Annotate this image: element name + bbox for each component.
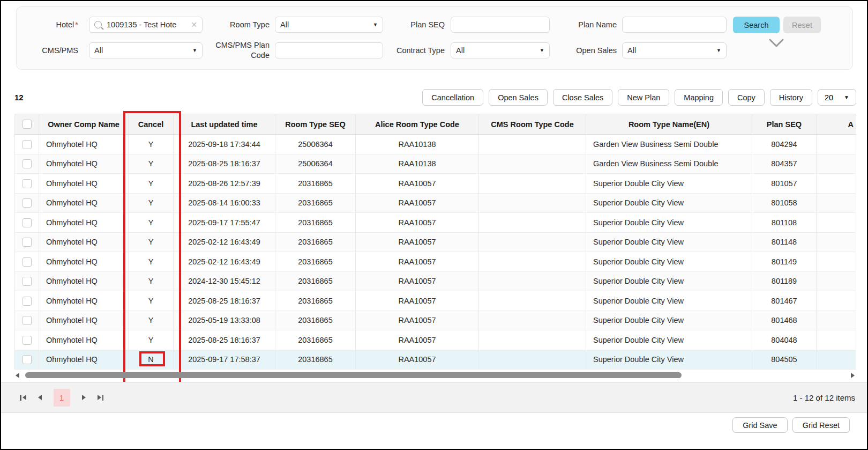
open-sales-select[interactable]: All ▼ xyxy=(622,42,727,58)
table-row[interactable]: Ohmyhotel HQY2025-08-25 18:16:3720316865… xyxy=(15,291,856,311)
row-checkbox[interactable] xyxy=(23,179,32,188)
reset-button[interactable]: Reset xyxy=(783,17,821,33)
table-row[interactable]: Ohmyhotel HQY2025-02-12 16:43:4920316865… xyxy=(15,252,856,272)
cell-extra xyxy=(817,135,856,154)
cell-extra xyxy=(817,193,856,213)
row-checkbox[interactable] xyxy=(23,140,32,149)
cell-cancel: Y xyxy=(129,311,174,330)
open-sales-button[interactable]: Open Sales xyxy=(489,89,548,106)
cell-cms-room-type-code xyxy=(479,174,586,194)
row-checkbox[interactable] xyxy=(23,336,32,345)
table-row[interactable]: Ohmyhotel HQY2024-12-30 15:45:1220316865… xyxy=(15,271,856,291)
cell-room-type-name-en: Superior Double City View xyxy=(586,232,752,252)
cell-room-type-seq: 20316865 xyxy=(275,311,356,330)
cell-alice-room-type-code: RAA10057 xyxy=(356,330,479,350)
cell-alice-room-type-code: RAA10057 xyxy=(356,213,479,233)
current-page-button[interactable]: 1 xyxy=(54,389,70,407)
clear-icon[interactable]: ✕ xyxy=(191,20,197,29)
table-row[interactable]: Ohmyhotel HQY2025-09-17 17:55:4720316865… xyxy=(15,213,856,233)
table-row[interactable]: Ohmyhotel HQY2025-02-12 16:43:4920316865… xyxy=(15,232,856,252)
cell-owner-comp-name: Ohmyhotel HQ xyxy=(39,330,129,350)
column-header[interactable]: A xyxy=(817,114,856,135)
row-checkbox[interactable] xyxy=(23,355,32,364)
column-header[interactable]: Plan SEQ xyxy=(752,114,817,135)
scroll-right-icon[interactable] xyxy=(851,373,855,378)
cell-cms-room-type-code xyxy=(479,330,586,350)
result-count: 12 xyxy=(14,93,24,102)
plan-name-label: Plan Name xyxy=(558,17,617,33)
contract-type-select[interactable]: All ▼ xyxy=(451,42,550,58)
cell-plan-seq: 804505 xyxy=(752,350,817,370)
table-row[interactable]: Ohmyhotel HQY2025-05-19 13:33:0820316865… xyxy=(15,311,856,330)
cell-cms-room-type-code xyxy=(479,135,586,154)
dropdown-arrow-icon: ▼ xyxy=(370,22,378,27)
table-row[interactable]: Ohmyhotel HQY2025-08-26 12:57:3920316865… xyxy=(15,174,856,194)
checkbox-cell xyxy=(15,174,39,194)
column-header[interactable]: Room Type Name(EN) xyxy=(586,114,752,135)
room-type-select[interactable]: All ▼ xyxy=(275,17,383,33)
row-checkbox[interactable] xyxy=(23,277,32,286)
cancellation-button[interactable]: Cancellation xyxy=(422,89,483,106)
table-row[interactable]: Ohmyhotel HQN2025-09-17 17:58:3720316865… xyxy=(15,350,856,370)
grid-save-button[interactable]: Grid Save xyxy=(732,417,787,433)
cell-cancel: Y xyxy=(129,193,174,213)
table-header-row: Owner Comp NameCancelLast updated timeRo… xyxy=(15,114,856,135)
cell-owner-comp-name: Ohmyhotel HQ xyxy=(39,193,129,213)
scroll-left-icon[interactable] xyxy=(16,373,19,378)
cell-owner-comp-name: Ohmyhotel HQ xyxy=(39,291,129,311)
hotel-search-input[interactable]: 1009135 - Test Hote ✕ xyxy=(89,17,203,33)
mapping-button[interactable]: Mapping xyxy=(675,89,723,106)
cell-alice-room-type-code: RAA10057 xyxy=(356,350,479,370)
cms-pms-select[interactable]: All ▼ xyxy=(89,42,203,58)
table-row[interactable]: Ohmyhotel HQY2025-09-18 17:34:4425006364… xyxy=(15,135,856,154)
cell-cancel: Y xyxy=(129,232,174,252)
checkbox-cell xyxy=(15,291,39,311)
cell-room-type-name-en: Superior Double City View xyxy=(586,252,752,272)
table-row[interactable]: Ohmyhotel HQY2025-08-25 18:16:3725006364… xyxy=(15,154,856,174)
horizontal-scrollbar[interactable] xyxy=(14,371,856,380)
cell-plan-seq: 801057 xyxy=(752,174,817,194)
row-checkbox[interactable] xyxy=(23,159,32,168)
column-header[interactable]: Last updated time xyxy=(174,114,275,135)
row-checkbox[interactable] xyxy=(23,238,32,247)
row-checkbox[interactable] xyxy=(23,297,32,306)
row-checkbox[interactable] xyxy=(23,257,32,267)
row-checkbox[interactable] xyxy=(23,218,32,227)
first-page-icon[interactable] xyxy=(20,395,26,401)
copy-button[interactable]: Copy xyxy=(728,89,765,106)
column-header[interactable]: Alice Room Type Code xyxy=(356,114,479,135)
cell-owner-comp-name: Ohmyhotel HQ xyxy=(39,271,129,291)
row-checkbox[interactable] xyxy=(23,198,32,208)
prev-page-icon[interactable] xyxy=(38,395,42,400)
page-size-select[interactable]: 20 ▼ xyxy=(818,89,856,106)
items-range-text: 1 - 12 of 12 items xyxy=(793,382,855,412)
dropdown-arrow-icon: ▼ xyxy=(713,48,721,53)
grid-reset-button[interactable]: Grid Reset xyxy=(792,417,850,433)
row-checkbox[interactable] xyxy=(23,316,32,325)
table-row[interactable]: Ohmyhotel HQY2025-08-25 18:16:3720316865… xyxy=(15,330,856,350)
history-button[interactable]: History xyxy=(770,89,812,106)
column-header[interactable]: Room Type SEQ xyxy=(275,114,356,135)
cell-room-type-name-en: Superior Double City View xyxy=(586,291,752,311)
cell-owner-comp-name: Ohmyhotel HQ xyxy=(39,154,129,174)
column-header[interactable]: Cancel xyxy=(129,114,174,135)
cell-alice-room-type-code: RAA10138 xyxy=(356,135,479,154)
last-page-icon[interactable] xyxy=(98,395,104,401)
new-plan-button[interactable]: New Plan xyxy=(618,89,669,106)
cell-cms-room-type-code xyxy=(479,291,586,311)
close-sales-button[interactable]: Close Sales xyxy=(553,89,612,106)
plan-name-input[interactable] xyxy=(622,17,727,33)
column-header[interactable]: Owner Comp Name xyxy=(39,114,129,135)
column-header[interactable]: CMS Room Type Code xyxy=(479,114,586,135)
select-all-checkbox[interactable] xyxy=(23,120,32,129)
table-row[interactable]: Ohmyhotel HQY2025-08-14 16:00:3320316865… xyxy=(15,193,856,213)
search-button[interactable]: Search xyxy=(733,17,780,33)
cms-pms-plan-code-input[interactable] xyxy=(275,42,383,58)
cell-cms-room-type-code xyxy=(479,271,586,291)
next-page-icon[interactable] xyxy=(82,395,86,400)
expand-chevron-icon[interactable] xyxy=(766,37,787,49)
plan-seq-input[interactable] xyxy=(451,17,550,33)
scrollbar-thumb[interactable] xyxy=(25,372,682,378)
cell-cms-room-type-code xyxy=(479,213,586,233)
cell-extra xyxy=(817,154,856,174)
